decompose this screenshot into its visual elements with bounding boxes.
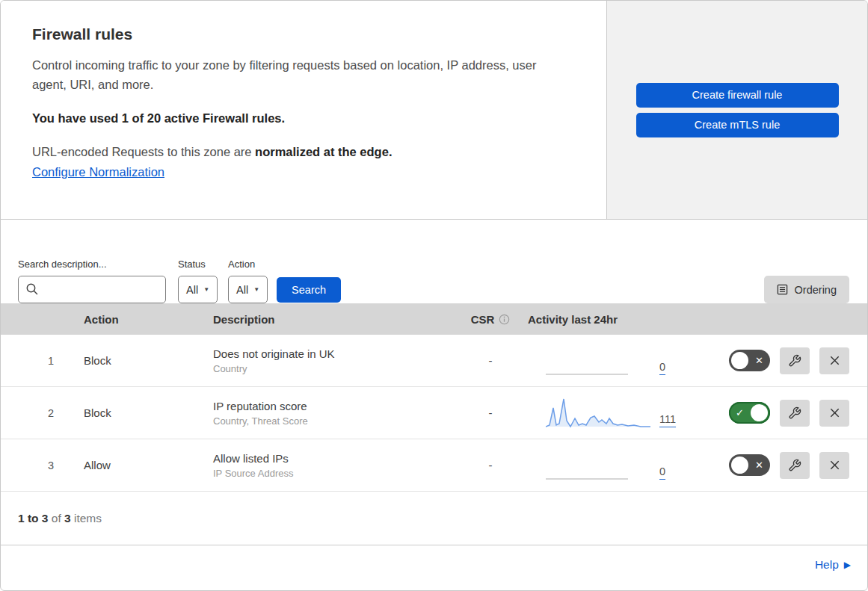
page-title: Firewall rules (32, 25, 561, 43)
activity-count-link[interactable]: 0 (659, 361, 665, 373)
usage-summary: You have used 1 of 20 active Firewall ru… (32, 111, 561, 126)
status-label: Status (178, 259, 218, 270)
status-value: All (186, 284, 198, 296)
header-action: Action (84, 313, 213, 326)
normalization-prefix: URL-encoded Requests to this zone are (32, 145, 255, 158)
ordering-button[interactable]: Ordering (764, 276, 849, 303)
search-field-group: Search description... (18, 259, 166, 303)
activity-count-link[interactable]: 0 (659, 465, 665, 477)
rule-csr: - (489, 459, 493, 471)
header-activity: Activity last 24hr (528, 313, 704, 326)
rule-description: IP reputation score (213, 400, 453, 412)
table-row: 2 Block IP reputation score Country, Thr… (1, 387, 867, 439)
rule-action: Block (84, 406, 213, 419)
rule-description: Does not originate in UK (213, 347, 453, 360)
activity-sparkline (546, 344, 650, 377)
rule-activity-cell: 111 (528, 397, 704, 430)
delete-rule-button[interactable] (819, 400, 849, 427)
action-field-group: Action All ▼ (228, 259, 268, 303)
rule-action: Block (84, 354, 213, 367)
table-row: 1 Block Does not originate in UK Country… (1, 335, 867, 387)
header-card: Firewall rules Control incoming traffic … (1, 1, 607, 219)
toggle-state-icon: ✕ (755, 460, 763, 471)
activity-sparkline (546, 397, 650, 430)
rule-action: Allow (84, 459, 213, 471)
rule-priority: 1 (48, 355, 54, 367)
page-description: Control incoming traffic to your zone by… (32, 55, 561, 95)
status-field-group: Status All ▼ (178, 259, 218, 303)
activity-count-link[interactable]: 111 (659, 413, 676, 425)
toggle-state-icon: ✕ (755, 355, 763, 366)
items-text: items (71, 512, 102, 525)
search-icon (25, 282, 39, 296)
enable-toggle[interactable]: ✕ (729, 350, 770, 371)
info-icon[interactable] (499, 314, 510, 325)
of-text: of (48, 512, 64, 525)
rule-description-cell: IP reputation score Country, Threat Scor… (213, 400, 453, 427)
toggle-state-icon: ✓ (736, 407, 744, 418)
edit-rule-button[interactable] (780, 400, 810, 427)
wrench-icon (788, 354, 801, 368)
actions-panel: Create firewall rule Create mTLS rule (607, 1, 867, 219)
rule-activity-cell: 0 (528, 344, 704, 377)
enable-toggle[interactable]: ✕ (729, 454, 770, 476)
close-icon (828, 459, 841, 471)
normalization-bold: normalized at the edge. (255, 145, 392, 158)
toggle-knob (731, 457, 748, 474)
rule-activity-cell: 0 (528, 449, 704, 482)
rule-fields: Country (213, 363, 453, 374)
rule-controls: ✕ (704, 347, 867, 374)
edit-rule-button[interactable] (780, 347, 810, 374)
rule-controls: ✓ (704, 400, 867, 427)
pagination-summary: 1 to 3 of 3 items (1, 492, 867, 545)
firewall-rules-page: Firewall rules Control incoming traffic … (0, 0, 868, 591)
search-button[interactable]: Search (277, 277, 341, 303)
header-description: Description (213, 313, 453, 326)
normalization-note: URL-encoded Requests to this zone are no… (32, 145, 561, 159)
wrench-icon (788, 406, 801, 420)
search-box (18, 276, 166, 303)
edit-rule-button[interactable] (780, 452, 810, 479)
header-section: Firewall rules Control incoming traffic … (1, 1, 867, 220)
toggle-knob (731, 352, 748, 369)
items-range: 1 to 3 (18, 512, 48, 525)
rule-priority: 2 (48, 407, 54, 419)
items-total: 3 (64, 512, 71, 525)
close-icon (828, 354, 841, 367)
chevron-down-icon: ▼ (203, 286, 209, 293)
action-select[interactable]: All ▼ (228, 276, 268, 303)
action-label: Action (228, 259, 268, 270)
rule-description-cell: Allow listed IPs IP Source Address (213, 452, 453, 479)
search-input[interactable] (18, 276, 166, 303)
rule-csr: - (489, 406, 493, 419)
rule-description-cell: Does not originate in UK Country (213, 347, 453, 374)
create-mtls-rule-button[interactable]: Create mTLS rule (636, 113, 839, 137)
rule-controls: ✕ (704, 452, 867, 479)
table-row: 3 Allow Allow listed IPs IP Source Addre… (1, 439, 867, 492)
rule-fields: Country, Threat Score (213, 415, 453, 427)
toggle-knob (751, 404, 768, 421)
filter-bar: Search description... Status All ▼ Actio… (1, 220, 867, 303)
rule-priority: 3 (48, 460, 54, 471)
ordering-button-label: Ordering (795, 284, 837, 296)
action-value: All (236, 284, 248, 296)
rule-description: Allow listed IPs (213, 452, 453, 465)
arrow-right-icon: ▶ (844, 560, 851, 570)
delete-rule-button[interactable] (819, 347, 849, 374)
rule-fields: IP Source Address (213, 468, 453, 479)
enable-toggle[interactable]: ✓ (729, 402, 770, 424)
activity-sparkline (546, 449, 650, 482)
chevron-down-icon: ▼ (253, 286, 259, 293)
status-select[interactable]: All ▼ (178, 276, 218, 303)
create-firewall-rule-button[interactable]: Create firewall rule (636, 83, 839, 108)
rule-csr: - (489, 354, 493, 367)
table-header: Action Description CSR Activity last 24h… (1, 303, 867, 335)
configure-normalization-link[interactable]: Configure Normalization (32, 165, 164, 179)
header-csr: CSR (471, 313, 511, 326)
help-bar: Help ▶ (1, 545, 867, 584)
search-label: Search description... (18, 259, 166, 270)
ordering-icon (777, 284, 788, 295)
help-link[interactable]: Help ▶ (815, 558, 851, 572)
delete-rule-button[interactable] (819, 452, 849, 479)
close-icon (828, 406, 841, 419)
